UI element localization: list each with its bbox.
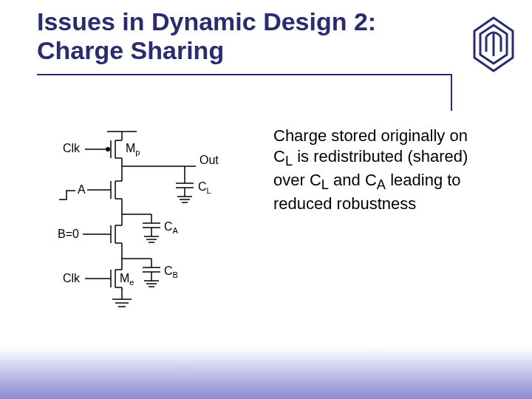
body-text-frag: is redistributed (shared) [293, 147, 468, 166]
circuit-diagram: Mp Clk Out CL A CA B=0 [22, 126, 259, 347]
cap-symbol: C [273, 147, 285, 166]
label-mp: Mp [126, 142, 140, 157]
label-b: B=0 [58, 228, 79, 240]
body-text-frag: leading to [386, 171, 461, 189]
footer-gradient [0, 347, 532, 399]
label-me: Me [120, 272, 134, 287]
transistor-me [96, 270, 122, 287]
body-paragraph: Charge stored originally on CL is redist… [273, 126, 510, 214]
label-cl: CL [198, 180, 211, 195]
body-line: reduced robustness [273, 194, 416, 213]
cap-subscript: L [285, 153, 293, 168]
cap-subscript: L [321, 177, 329, 192]
institution-logo-icon [470, 15, 517, 74]
title-underline [37, 74, 451, 75]
transistor-mp [96, 140, 122, 158]
body-line: over CL and CA leading to [273, 171, 461, 189]
cap-subscript: A [377, 177, 386, 192]
title-vertical-rule [451, 74, 452, 111]
clock-edge-icon [59, 191, 75, 200]
body-line: CL is redistributed (shared) [273, 147, 468, 166]
label-a: A [78, 183, 86, 196]
body-text-frag: and C [329, 171, 377, 189]
body-text-frag: over C [273, 171, 321, 189]
transistor-b [96, 225, 122, 243]
slide-title: Issues in Dynamic Design 2: Charge Shari… [37, 7, 429, 65]
svg-point-6 [106, 147, 110, 151]
body-line: Charge stored originally on [273, 126, 468, 145]
label-clk-bot: Clk [63, 272, 81, 284]
label-clk-top: Clk [63, 142, 81, 154]
label-ca: CA [164, 220, 179, 235]
label-out: Out [200, 154, 219, 166]
transistor-a [96, 181, 122, 199]
label-cb: CB [164, 265, 178, 279]
